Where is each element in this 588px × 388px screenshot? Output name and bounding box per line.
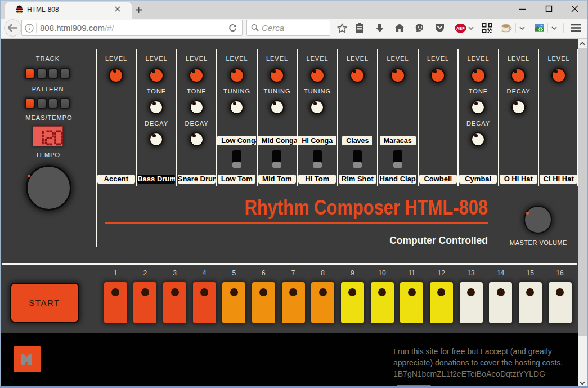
svg-text:ABP: ABP — [456, 26, 465, 30]
